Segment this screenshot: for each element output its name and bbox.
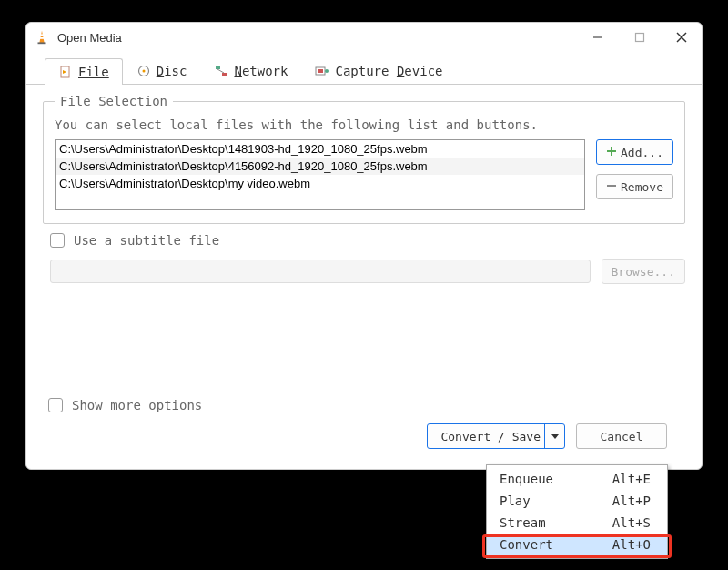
add-button[interactable]: Add...	[596, 139, 673, 165]
list-item[interactable]: C:\Users\Administrator\Desktop\1481903-h…	[56, 140, 584, 158]
tab-disc[interactable]: Disc	[123, 57, 201, 84]
minimize-button[interactable]	[585, 25, 611, 50]
file-selection-hint: You can select local files with the foll…	[55, 117, 673, 132]
menu-item-play[interactable]: Play Alt+P	[487, 490, 667, 512]
close-button[interactable]	[669, 25, 694, 50]
cancel-button[interactable]: Cancel	[576, 423, 667, 449]
add-button-label: Add...	[621, 146, 663, 159]
list-item[interactable]: C:\Users\Administrator\Desktop\my video.…	[56, 175, 584, 192]
tab-network-label: Network	[234, 64, 288, 78]
disc-icon	[136, 64, 151, 78]
svg-point-17	[325, 69, 329, 73]
footer-buttons: Convert / Save Cancel	[43, 423, 685, 462]
titlebar: Open Media	[26, 23, 702, 52]
open-media-window: Open Media File Disc Network Capture Dev…	[25, 22, 703, 470]
more-options-label: Show more options	[72, 398, 202, 412]
minus-icon	[606, 180, 617, 194]
tab-disc-label: Disc	[157, 64, 187, 78]
vlc-cone-icon	[34, 29, 50, 46]
capture-icon	[315, 64, 329, 78]
menu-item-stream[interactable]: Stream Alt+S	[487, 512, 667, 534]
dropdown-arrow-icon[interactable]	[544, 424, 564, 448]
svg-marker-21	[551, 434, 559, 439]
convert-save-label: Convert / Save	[440, 430, 541, 443]
menu-item-accel: Alt+S	[612, 514, 651, 532]
tab-network[interactable]: Network	[200, 57, 301, 84]
subtitle-path-input	[50, 260, 591, 283]
subtitle-label: Use a subtitle file	[74, 233, 219, 248]
menu-item-label: Convert	[500, 535, 553, 554]
plus-icon	[606, 146, 617, 159]
list-item[interactable]: C:\Users\Administrator\Desktop\4156092-h…	[56, 158, 584, 175]
menu-item-accel: Alt+P	[612, 492, 651, 510]
svg-rect-3	[38, 42, 46, 44]
subtitle-row: Use a subtitle file	[43, 233, 685, 248]
subtitle-browse-row: Browse...	[43, 259, 685, 284]
menu-item-enqueue[interactable]: Enqueue Alt+E	[487, 468, 667, 490]
file-selection-legend: File Selection	[55, 94, 173, 108]
svg-rect-16	[318, 69, 323, 73]
menu-item-label: Play	[500, 492, 531, 510]
file-list[interactable]: C:\Users\Administrator\Desktop\1481903-h…	[55, 139, 585, 210]
window-buttons	[585, 25, 694, 50]
maximize-button[interactable]	[627, 25, 652, 50]
network-icon	[214, 64, 228, 78]
file-icon	[58, 65, 73, 79]
menu-item-accel: Alt+E	[612, 470, 651, 488]
svg-rect-1	[40, 34, 43, 36]
window-title: Open Media	[57, 31, 585, 45]
svg-marker-0	[39, 31, 44, 44]
svg-marker-9	[63, 70, 66, 74]
svg-point-11	[142, 70, 145, 73]
tab-capture-label: Capture Device	[335, 64, 442, 78]
tab-capture[interactable]: Capture Device	[301, 57, 456, 84]
convert-dropdown-menu: Enqueue Alt+E Play Alt+P Stream Alt+S Co…	[486, 464, 668, 559]
tab-file[interactable]: File	[45, 58, 123, 85]
menu-item-convert[interactable]: Convert Alt+O	[487, 534, 667, 555]
remove-button-label: Remove	[621, 180, 663, 194]
svg-line-14	[217, 69, 224, 73]
tabstrip: File Disc Network Capture Device	[26, 52, 702, 85]
remove-button[interactable]: Remove	[596, 174, 673, 199]
svg-rect-2	[40, 37, 44, 39]
file-selection-group: File Selection You can select local file…	[43, 94, 685, 224]
svg-rect-5	[636, 34, 644, 42]
content-area: File Selection You can select local file…	[26, 85, 702, 469]
menu-item-accel: Alt+O	[612, 535, 651, 554]
svg-rect-12	[216, 66, 220, 69]
more-options-checkbox[interactable]	[48, 398, 63, 412]
more-options-row: Show more options	[43, 398, 685, 423]
menu-item-label: Stream	[500, 514, 546, 532]
tab-file-label: File	[78, 65, 109, 79]
subtitle-checkbox[interactable]	[50, 233, 65, 248]
menu-item-label: Enqueue	[500, 470, 553, 488]
convert-save-button[interactable]: Convert / Save	[427, 423, 565, 449]
browse-button: Browse...	[602, 259, 685, 284]
svg-rect-13	[222, 73, 227, 76]
